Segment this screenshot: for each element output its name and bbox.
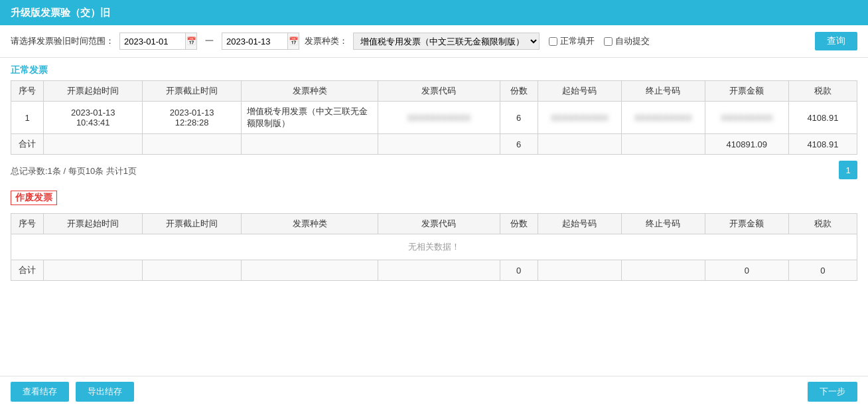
cell-amount: XXXXXXXXX [705,102,788,134]
voided-total-empty6 [621,260,705,281]
total-row: 合计 6 410891.09 4108.91 [11,134,857,155]
th-amount: 开票金额 [705,81,788,102]
cell-end-time: 2023-01-1312:28:28 [143,102,242,134]
voided-total-empty2 [143,260,242,281]
cell-end-no: XXXXXXXXXX [621,102,705,134]
voided-section-title-wrapper: 作废发票 [11,191,857,209]
th-serial: 序号 [11,81,44,102]
calendar-start-icon[interactable]: 📅 [185,33,197,50]
blurred-end-no: XXXXXXXXXX [634,113,692,123]
voided-total-empty5 [538,260,621,281]
pagination-info: 总记录数:1条 / 每页10条 共计1页 [11,160,137,180]
voided-total-tax: 0 [788,260,857,281]
export-result-button[interactable]: 导出结存 [76,382,134,402]
page-1-button[interactable]: 1 [839,161,857,179]
total-empty5 [538,134,621,155]
date-start-group: 📅 [119,33,197,50]
cell-invoice-type: 增值税专用发票（中文三联无金额限制版） [242,102,378,134]
voided-invoices-section: 作废发票 序号 开票起始时间 开票截止时间 发票种类 发票代码 份数 起始号码 … [11,191,857,281]
auto-submit-group: 自动提交 [604,35,650,47]
date-end-group: 📅 [222,33,299,50]
normal-section-title: 正常发票 [11,64,857,76]
voided-th-start-no: 起始号码 [538,214,621,234]
voided-total-count: 0 [500,260,538,281]
no-data-cell: 无相关数据！ [11,234,857,260]
voided-total-label: 合计 [11,260,44,281]
total-empty4 [378,134,500,155]
query-button[interactable]: 查询 [815,32,857,50]
footer-left-buttons: 查看结存 导出结存 [11,382,134,402]
normal-invoices-table: 序号 开票起始时间 开票截止时间 发票种类 发票代码 份数 起始号码 终止号码 … [11,80,857,155]
voided-th-end-no: 终止号码 [621,214,705,234]
voided-th-invoice-type: 发票种类 [242,214,378,234]
total-count: 6 [500,134,538,155]
blurred-start-no: XXXXXXXXXX [551,113,609,123]
normal-fill-label[interactable]: 正常填开 [560,35,595,47]
th-code: 发票代码 [378,81,500,102]
cell-tax: 4108.91 [788,102,857,134]
voided-total-empty1 [44,260,143,281]
date-start-input[interactable] [119,33,186,50]
th-end-time: 开票截止时间 [143,81,242,102]
voided-th-end-time: 开票截止时间 [143,214,242,234]
total-empty2 [143,134,242,155]
th-invoice-type: 发票种类 [242,81,378,102]
normal-invoices-section: 正常发票 序号 开票起始时间 开票截止时间 发票种类 发票代码 份数 起始号码 … [11,64,857,155]
total-amount: 410891.09 [705,134,788,155]
page-footer: 查看结存 导出结存 下一步 [0,376,868,407]
page-header: 升级版发票验（交）旧 [0,0,868,25]
th-start-no: 起始号码 [538,81,621,102]
voided-section-title: 作废发票 [11,191,57,205]
th-start-time: 开票起始时间 [44,81,143,102]
auto-submit-label[interactable]: 自动提交 [615,35,650,47]
voided-th-code: 发票代码 [378,214,500,234]
total-empty6 [621,134,705,155]
table-row: 1 2023-01-1310:43:41 2023-01-1312:28:28 … [11,102,857,134]
voided-total-empty4 [378,260,500,281]
cell-start-no: XXXXXXXXXX [538,102,621,134]
pagination-area: 总记录数:1条 / 每页10条 共计1页 1 [11,160,857,180]
calendar-end-icon[interactable]: 📅 [287,33,299,50]
voided-total-amount: 0 [705,260,788,281]
auto-submit-checkbox[interactable] [604,37,613,46]
total-tax: 4108.91 [788,134,857,155]
page-title: 升级版发票验（交）旧 [11,7,110,19]
date-end-input[interactable] [222,33,288,50]
total-empty3 [242,134,378,155]
content-area: 正常发票 序号 开票起始时间 开票截止时间 发票种类 发票代码 份数 起始号码 … [0,58,868,376]
voided-th-amount: 开票金额 [705,214,788,234]
normal-fill-group: 正常填开 [549,35,595,47]
total-label: 合计 [11,134,44,155]
voided-th-start-time: 开票起始时间 [44,214,143,234]
cell-code: XXXXXXXXXXX [378,102,500,134]
view-result-button[interactable]: 查看结存 [11,382,69,402]
voided-th-tax: 税款 [788,214,857,234]
cell-serial: 1 [11,102,44,134]
th-count: 份数 [500,81,538,102]
voided-total-row: 合计 0 0 0 [11,260,857,281]
voided-th-count: 份数 [500,214,538,234]
total-empty1 [44,134,143,155]
no-data-row: 无相关数据！ [11,234,857,260]
voided-invoices-table: 序号 开票起始时间 开票截止时间 发票种类 发票代码 份数 起始号码 终止号码 … [11,213,857,281]
th-tax: 税款 [788,81,857,102]
blurred-code: XXXXXXXXXXX [407,113,470,123]
date-separator: 一 [205,35,214,47]
voided-header-row: 序号 开票起始时间 开票截止时间 发票种类 发票代码 份数 起始号码 终止号码 … [11,214,857,234]
filter-bar: 请选择发票验旧时间范围： 📅 一 📅 发票种类： 增值税专用发票（中文三联无金额… [0,25,868,58]
voided-total-empty3 [242,260,378,281]
next-step-button[interactable]: 下一步 [808,382,857,402]
voided-th-serial: 序号 [11,214,44,234]
date-range-label: 请选择发票验旧时间范围： [11,35,114,47]
invoice-type-select[interactable]: 增值税专用发票（中文三联无金额限制版） 增值税普通发票 电子发票 [353,33,540,50]
cell-count: 6 [500,102,538,134]
normal-fill-checkbox[interactable] [549,37,557,46]
cell-start-time: 2023-01-1310:43:41 [44,102,143,134]
table-header-row: 序号 开票起始时间 开票截止时间 发票种类 发票代码 份数 起始号码 终止号码 … [11,81,857,102]
th-end-no: 终止号码 [621,81,705,102]
blurred-amount: XXXXXXXXX [721,113,772,123]
invoice-type-label: 发票种类： [305,35,348,47]
